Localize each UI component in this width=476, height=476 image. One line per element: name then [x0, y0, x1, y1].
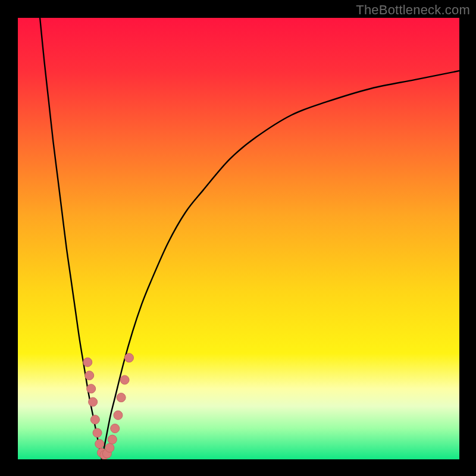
data-point [108, 435, 117, 444]
data-point [90, 415, 99, 424]
curve-right-branch [102, 71, 459, 459]
chart-stage: TheBottleneck.com [0, 0, 476, 476]
data-point [83, 358, 92, 367]
data-point [95, 440, 104, 449]
chart-svg [18, 18, 459, 459]
plot-area [18, 18, 459, 459]
data-point [117, 393, 126, 402]
data-point [114, 411, 123, 419]
data-point [120, 375, 129, 384]
data-point [87, 384, 96, 393]
data-point [85, 371, 94, 380]
data-point [93, 428, 102, 437]
data-point [105, 443, 114, 452]
data-point [111, 424, 120, 433]
data-point [124, 353, 133, 362]
watermark-text: TheBottleneck.com [356, 2, 470, 18]
data-point [89, 397, 98, 406]
